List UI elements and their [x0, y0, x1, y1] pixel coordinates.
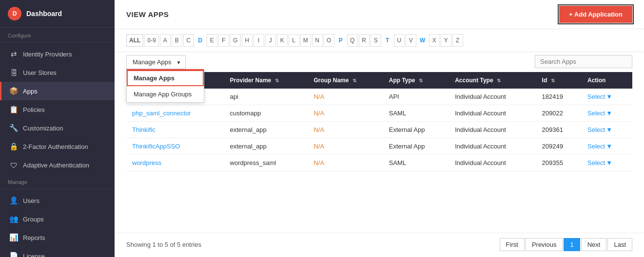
cell-action: Select ▼ [582, 89, 632, 105]
action-select-button[interactable]: Select ▼ [587, 93, 626, 100]
cell-app-name[interactable]: wordpress [126, 155, 224, 171]
cell-action: Select ▼ [582, 122, 632, 138]
alpha-filter-w[interactable]: W [417, 34, 428, 47]
alpha-filter-n[interactable]: N [312, 34, 323, 47]
alpha-filter-i[interactable]: I [254, 34, 264, 47]
alpha-filter-q[interactable]: Q [347, 34, 358, 47]
pagination-previous-button[interactable]: Previous [526, 238, 563, 251]
col-group-name: Group Name ⇅ [308, 72, 383, 89]
search-input[interactable] [535, 55, 632, 68]
configure-divider [0, 42, 115, 43]
sidebar-item-groups[interactable]: 👥 Groups [0, 210, 115, 228]
cell-id: 209361 [536, 122, 582, 138]
alpha-filter-0-9[interactable]: 0-9 [144, 34, 158, 47]
add-application-button[interactable]: + Add Application [559, 6, 632, 23]
alpha-filter-l[interactable]: L [289, 34, 299, 47]
cell-app-name[interactable]: Thinkific [126, 122, 224, 138]
alpha-filter-bar: ALL0-9ABCDEFGHIJKLMNOPQRSTUVWXYZ [115, 29, 644, 52]
alpha-filter-o[interactable]: O [324, 34, 334, 47]
sidebar-item-adaptive-auth[interactable]: 🛡 Adaptive Authentication [0, 156, 115, 174]
configure-section-label: Configure [0, 28, 115, 40]
pagination-last-button[interactable]: Last [607, 238, 632, 251]
alpha-filter-z[interactable]: Z [452, 34, 463, 47]
cell-app-name[interactable]: php_saml_connector [126, 105, 224, 122]
alpha-filter-f[interactable]: F [218, 34, 229, 47]
dropdown-wrap: Manage Apps ▼ Manage Apps Manage App Gro… [126, 55, 186, 69]
table-row: Thinkific external_app N/A External App … [126, 122, 632, 138]
cell-app-type: External App [383, 122, 449, 138]
alpha-filter-c[interactable]: C [183, 34, 194, 47]
alpha-filter-s[interactable]: S [371, 34, 381, 47]
pagination-buttons: First Previous 1 Next Last [500, 238, 632, 251]
cell-action: Select ▼ [582, 105, 632, 122]
alpha-filter-j[interactable]: J [265, 34, 276, 47]
dropdown-trigger[interactable]: Manage Apps ▼ [126, 55, 186, 69]
alpha-filter-t[interactable]: T [382, 34, 393, 47]
sidebar-item-user-stores[interactable]: 🗄 User Stores [0, 63, 115, 82]
cell-account-type: Individual Account [449, 105, 536, 122]
sort-icon-provider-name: ⇅ [275, 78, 279, 83]
cell-app-type: External App [383, 138, 449, 155]
cell-account-type: Individual Account [449, 89, 536, 105]
cell-provider-name: wordpress_saml [224, 155, 308, 171]
alpha-filter-u[interactable]: U [394, 34, 405, 47]
action-dropdown-icon: ▼ [606, 126, 612, 133]
adaptive-auth-icon: 🛡 [9, 161, 18, 169]
dropdown-menu: Manage Apps Manage App Groups [126, 69, 204, 103]
pagination-page-1-button[interactable]: 1 [564, 238, 580, 251]
col-provider-name: Provider Name ⇅ [224, 72, 308, 89]
action-dropdown-icon: ▼ [606, 93, 612, 100]
sidebar-item-customization[interactable]: 🔧 Customization [0, 119, 115, 137]
sidebar-item-identity-providers[interactable]: ⇄ Identity Providers [0, 45, 115, 63]
sidebar-item-apps[interactable]: 📦 Apps [0, 82, 115, 100]
dropdown-option-manage-app-groups[interactable]: Manage App Groups [127, 86, 204, 102]
cell-account-type: Individual Account [449, 122, 536, 138]
reports-icon: 📊 [9, 233, 18, 242]
action-select-button[interactable]: Select ▼ [587, 159, 626, 166]
cell-app-name[interactable]: ThinkificAppSSO [126, 138, 224, 155]
sidebar-item-label: User Stores [23, 69, 57, 76]
sidebar-item-reports[interactable]: 📊 Reports [0, 228, 115, 247]
action-dropdown-icon: ▼ [606, 110, 612, 117]
cell-app-type: SAML [383, 105, 449, 122]
alpha-filter-r[interactable]: R [359, 34, 370, 47]
col-app-type: App Type ⇅ [383, 72, 449, 89]
alpha-filter-e[interactable]: E [207, 34, 217, 47]
logo-icon: D [8, 7, 21, 20]
filter-row: Manage Apps ▼ Manage Apps Manage App Gro… [115, 52, 644, 69]
sidebar-item-label: Adaptive Authentication [23, 162, 89, 169]
alpha-filter-p[interactable]: P [335, 34, 346, 47]
sort-icon-account-type: ⇅ [497, 78, 501, 83]
dropdown-option-manage-apps[interactable]: Manage Apps [127, 70, 204, 86]
table-row: wordpress wordpress_saml N/A SAML Indivi… [126, 155, 632, 171]
action-select-button[interactable]: Select ▼ [587, 126, 626, 133]
main-content: VIEW APPS + Add Application ALL0-9ABCDEF… [115, 0, 644, 257]
cell-action: Select ▼ [582, 138, 632, 155]
alpha-filter-x[interactable]: X [429, 34, 440, 47]
alpha-filter-y[interactable]: Y [441, 34, 451, 47]
alpha-filter-m[interactable]: M [300, 34, 311, 47]
sidebar-item-2fa[interactable]: 🔒 2-Factor Authentication [0, 137, 115, 156]
cell-id: 209355 [536, 155, 582, 171]
col-action: Action [582, 72, 632, 89]
sidebar-item-license[interactable]: 📄 License [0, 247, 115, 257]
col-id: Id ⇅ [536, 72, 582, 89]
dropdown-chevron-icon: ▼ [176, 59, 181, 65]
alpha-filter-v[interactable]: V [406, 34, 416, 47]
action-select-button[interactable]: Select ▼ [587, 110, 626, 117]
cell-account-type: Individual Account [449, 155, 536, 171]
alpha-filter-d[interactable]: D [195, 34, 206, 47]
alpha-filter-all[interactable]: ALL [126, 34, 143, 47]
alpha-filter-h[interactable]: H [242, 34, 253, 47]
alpha-filter-a[interactable]: A [160, 34, 171, 47]
pagination-next-button[interactable]: Next [581, 238, 607, 251]
cell-provider-name: external_app [224, 122, 308, 138]
sidebar-item-policies[interactable]: 📋 Policies [0, 100, 115, 119]
action-select-button[interactable]: Select ▼ [587, 143, 626, 150]
alpha-filter-k[interactable]: K [277, 34, 288, 47]
pagination-first-button[interactable]: First [500, 238, 525, 251]
sidebar-logo[interactable]: D Dashboard [0, 0, 115, 28]
alpha-filter-b[interactable]: B [172, 34, 182, 47]
alpha-filter-g[interactable]: G [230, 34, 241, 47]
sidebar-item-users[interactable]: 👤 Users [0, 191, 115, 210]
